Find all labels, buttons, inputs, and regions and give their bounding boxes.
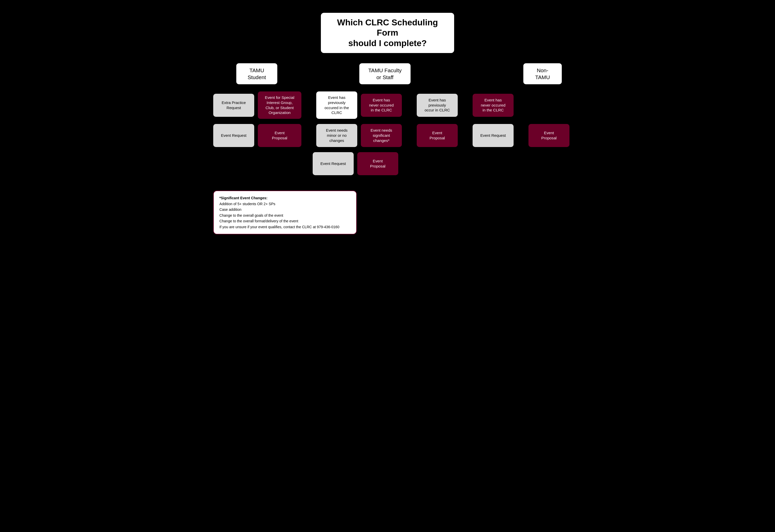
note-line-4: Change to the overall format/delivery of… [219, 219, 298, 223]
note-box: *Significant Event Changes: Addition of … [213, 191, 357, 234]
event-minor-box: Event needs minor or no changes [316, 124, 357, 147]
cell-event-special-row1: Event for Special Interest Group, Club, … [258, 91, 301, 119]
category-faculty: TAMU Faculty or Staff [359, 63, 411, 84]
diagram-container: Which CLRC Scheduling Form should I comp… [208, 5, 567, 245]
note-title: *Significant Event Changes: [219, 196, 267, 200]
event-prev-occurred-box: Event has previously occured in the CLRC [316, 91, 357, 119]
event-proposal-2-box: Event Proposal [417, 124, 458, 147]
note-line-2: Case addition [219, 207, 241, 212]
note-line-1: Addition of 5+ students OR 2+ SPs [219, 202, 275, 206]
cell-event-request1-row2: Event Request [213, 124, 254, 147]
note-line-5: If you are unsure if your event qualifie… [219, 225, 339, 229]
extra-practice-box: Extra Practice Request [213, 94, 254, 117]
note-line-3: Change to the overall goals of the event [219, 213, 283, 217]
cell-event-proposal2-row2: Event Proposal [417, 124, 458, 147]
event-request-2-box: Event Request [473, 124, 514, 147]
event-proposal-1-box: Event Proposal [258, 124, 301, 147]
cell-event-request2-row2: Event Request [473, 124, 514, 147]
event-significant-box: Event needs significant changes* [361, 124, 402, 147]
cell-event-significant-row2: Event needs significant changes* [361, 124, 402, 147]
cell-extra-practice-row1: Extra Practice Request [213, 91, 254, 119]
event-proposal-3-box: Event Proposal [529, 124, 570, 147]
event-proposal-4-box: Event Proposal [357, 152, 398, 175]
event-prev-occur-2-box: Event has previously occur in CLRC [417, 94, 458, 117]
cell-event-proposal3-row2: Event Proposal [529, 124, 570, 147]
category-non-tamu: Non- TAMU [523, 63, 562, 84]
cell-event-request3-row3: Event Request [313, 152, 354, 175]
cell-event-never-row1: Event has never occured in the CLRC [361, 91, 402, 119]
cell-event-proposal4-row3: Event Proposal [357, 152, 398, 175]
title-box: Which CLRC Scheduling Form should I comp… [321, 13, 454, 53]
event-request-3-box: Event Request [313, 152, 354, 175]
event-never-occurred-1-box: Event has never occured in the CLRC [361, 94, 402, 117]
category-student: TAMU Student [236, 63, 277, 84]
title-text: Which CLRC Scheduling Form should I comp… [331, 17, 444, 48]
cell-event-never2-row1: Event has never occured in the CLRC [473, 91, 514, 119]
cell-event-proposal1-row2: Event Proposal [258, 124, 301, 147]
cell-event-minor-row2: Event needs minor or no changes [316, 124, 357, 147]
cell-event-prev-row1: Event has previously occured in the CLRC [316, 91, 357, 119]
cell-event-prev2-row1: Event has previously occur in CLRC [417, 91, 458, 119]
event-never-occurred-2-box: Event has never occured in the CLRC [473, 94, 514, 117]
event-special-box: Event for Special Interest Group, Club, … [258, 91, 301, 119]
event-request-1-box: Event Request [213, 124, 254, 147]
